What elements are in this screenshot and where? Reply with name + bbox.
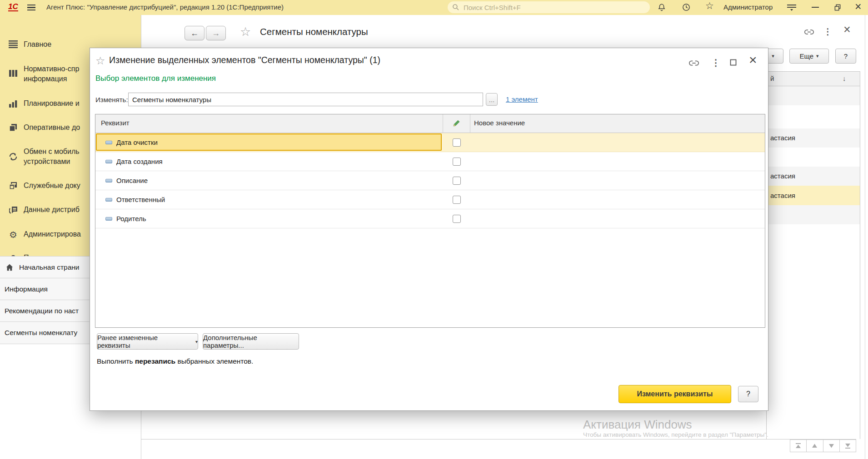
scroll-to-bottom-button[interactable] <box>840 440 856 452</box>
bg-list-row[interactable] <box>767 86 860 105</box>
change-target-input[interactable] <box>128 93 483 106</box>
windows-activation-watermark-hint: Чтобы активировать Windows, перейдите в … <box>583 431 768 438</box>
bg-list-row[interactable]: астасия <box>767 167 860 186</box>
user-name[interactable]: Администратор <box>723 3 773 11</box>
restore-icon[interactable] <box>834 4 841 11</box>
dialog-maximize-icon[interactable] <box>730 59 737 66</box>
bg-list-row[interactable] <box>767 205 860 224</box>
stacked-pages-icon <box>8 182 18 192</box>
more-button[interactable]: Еще ▾ <box>789 49 829 64</box>
dialog-section-title: Выбор элементов для изменения <box>95 74 216 83</box>
dialog-close-icon[interactable]: × <box>749 52 757 68</box>
sections-icon <box>8 40 18 50</box>
dialog-link-icon[interactable] <box>689 58 699 68</box>
title-bar: 1С Агент Плюс: "Управление дистрибуцией"… <box>0 0 868 15</box>
dialog-kebab-icon[interactable]: ⋮ <box>711 57 720 68</box>
sync-icon <box>8 152 18 163</box>
close-app-icon[interactable]: × <box>855 0 862 13</box>
previously-changed-attributes-button[interactable]: Ранее измененные реквизиты ▾ <box>97 333 198 350</box>
forward-arrow-icon: → <box>212 29 220 38</box>
app-title: Агент Плюс: "Управление дистрибуцией", р… <box>46 3 284 11</box>
bg-list-fragment: й ↓ астасия астасия астасия <box>766 71 860 439</box>
change-field-label: Изменять: <box>95 96 128 104</box>
column-new-value[interactable]: Новое значение <box>474 119 525 127</box>
bg-footer-divider <box>141 439 856 439</box>
attribute-row[interactable]: Ответственный <box>95 190 765 209</box>
bg-help-button[interactable]: ? <box>835 49 856 64</box>
dialog-title: Изменение выделенных элементов "Сегменты… <box>109 55 380 65</box>
bg-list-header[interactable]: й ↓ <box>767 71 860 86</box>
attribute-checkbox[interactable] <box>453 177 461 185</box>
minimize-icon[interactable] <box>812 7 819 8</box>
scroll-to-top-button[interactable] <box>790 440 807 452</box>
sort-descending-icon: ↓ <box>843 74 846 82</box>
chevron-down-icon: ▾ <box>772 53 774 59</box>
global-search[interactable] <box>448 1 650 13</box>
bg-kebab-icon[interactable]: ⋮ <box>823 26 832 37</box>
attribute-icon <box>105 160 112 163</box>
bg-close-icon[interactable]: × <box>843 23 851 37</box>
back-arrow-icon: ← <box>190 29 199 38</box>
main-menu-icon[interactable] <box>27 3 35 12</box>
nav-forward-button[interactable]: → <box>206 26 226 40</box>
right-edge-divider <box>865 15 865 459</box>
search-icon <box>452 4 459 11</box>
attribute-icon <box>105 179 112 183</box>
home-icon <box>5 263 14 271</box>
selected-elements-link[interactable]: 1 элемент <box>506 95 538 103</box>
attribute-icon <box>105 141 112 144</box>
bg-link-icon[interactable] <box>804 27 814 37</box>
notifications-bell-icon[interactable] <box>657 3 666 12</box>
dialog-help-button[interactable]: ? <box>738 386 758 402</box>
distribution-data-icon <box>8 206 18 216</box>
chevron-down-icon: ▾ <box>816 53 819 59</box>
attribute-row[interactable]: Описание <box>95 171 765 190</box>
attributes-table-header: Реквизит Новое значение <box>95 114 765 133</box>
attribute-row[interactable]: Дата создания <box>95 152 765 171</box>
attribute-row-selected[interactable]: Дата очистки <box>95 133 765 152</box>
history-icon[interactable] <box>682 3 691 12</box>
bar-chart-icon <box>8 99 18 109</box>
list-scroll-buttons <box>790 439 856 452</box>
attribute-icon <box>105 217 112 221</box>
attribute-checkbox[interactable] <box>453 215 461 223</box>
chevron-down-icon: ▾ <box>195 339 198 344</box>
1c-logo: 1С <box>8 3 18 11</box>
scroll-up-button[interactable] <box>807 440 823 452</box>
page-favorite-star-icon[interactable]: ☆ <box>240 25 251 39</box>
page-title: Сегменты номенклатуры <box>260 26 368 37</box>
rewrite-note: Выполнить перезапись выбранных элементов… <box>97 357 253 365</box>
bg-list-row-highlighted[interactable]: астасия <box>767 186 860 205</box>
nav-back-button[interactable]: ← <box>185 26 205 40</box>
choose-ellipsis-button[interactable]: ... <box>486 93 498 106</box>
bg-list-row[interactable] <box>767 148 860 167</box>
columns-icon <box>8 69 18 79</box>
column-attribute[interactable]: Реквизит <box>101 119 130 127</box>
search-input[interactable] <box>463 3 637 12</box>
bg-list-row[interactable] <box>767 105 860 128</box>
additional-parameters-button[interactable]: Дополнительные параметры... <box>203 333 299 350</box>
bg-list-row[interactable]: астасия <box>767 128 860 148</box>
app-window: 1С Агент Плюс: "Управление дистрибуцией"… <box>0 0 868 459</box>
documents-icon <box>8 123 18 133</box>
gear-icon: ⚙ <box>8 230 18 239</box>
scroll-down-button[interactable] <box>823 440 840 452</box>
attribute-checkbox[interactable] <box>453 196 461 204</box>
windows-activation-watermark: Активация Windows <box>583 418 692 432</box>
bulk-edit-dialog: ☆ Изменение выделенных элементов "Сегмен… <box>90 48 768 411</box>
attribute-icon <box>105 198 112 202</box>
favorites-star-icon[interactable]: ☆ <box>705 0 714 11</box>
attribute-row[interactable]: Родитель <box>95 209 765 228</box>
attributes-table: Реквизит Новое значение Дата очистки Дат… <box>95 114 765 328</box>
change-attributes-button[interactable]: Изменить реквизиты <box>619 385 731 403</box>
attribute-checkbox[interactable] <box>453 138 461 147</box>
attribute-checkbox[interactable] <box>453 158 461 166</box>
service-menu-icon[interactable] <box>786 3 797 12</box>
dialog-favorite-star-icon[interactable]: ☆ <box>95 54 105 67</box>
pencil-icon <box>453 119 460 127</box>
